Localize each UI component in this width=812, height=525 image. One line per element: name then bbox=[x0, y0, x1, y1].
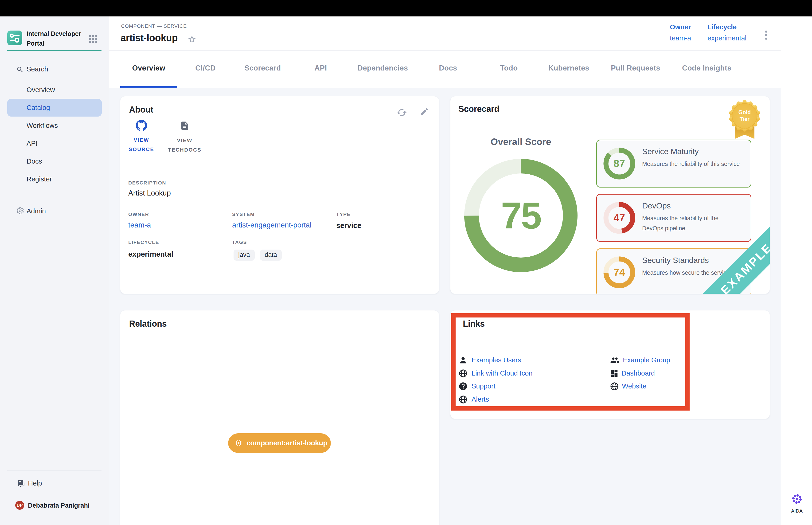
page-title: artist-lookup bbox=[121, 32, 178, 44]
sidebar-admin-label: Admin bbox=[27, 207, 46, 215]
links-highlight-annotation bbox=[451, 313, 690, 410]
sidebar-item-admin[interactable]: Admin bbox=[0, 203, 109, 219]
tab-label: Pull Requests bbox=[611, 64, 660, 72]
tag-chip[interactable]: java bbox=[233, 250, 255, 260]
tab-cicd[interactable]: CI/CD bbox=[177, 50, 234, 88]
top-black-bar bbox=[0, 0, 812, 16]
sidebar-item-catalog[interactable]: Catalog bbox=[7, 99, 102, 117]
tab-label: Docs bbox=[439, 64, 457, 72]
tab-label: API bbox=[315, 64, 327, 72]
tag-chip[interactable]: data bbox=[260, 250, 282, 260]
tab-todo[interactable]: Todo bbox=[480, 50, 537, 88]
metric-name: DevOps bbox=[642, 201, 671, 210]
breadcrumb: COMPONENT — SERVICE bbox=[121, 23, 187, 29]
sidebar-item-overview[interactable]: Overview bbox=[7, 81, 102, 99]
sidebar-nav: Overview Catalog Workflows API Docs Regi… bbox=[7, 81, 102, 188]
sidebar-item-api[interactable]: API bbox=[7, 134, 102, 152]
relations-node[interactable]: component:artist-lookup bbox=[228, 433, 331, 453]
metric-service-maturity: 87 Service Maturity Measures the reliabi… bbox=[596, 139, 751, 188]
tags-list: java data bbox=[233, 250, 285, 260]
refresh-icon[interactable] bbox=[397, 107, 407, 118]
sidebar-bottom-divider bbox=[7, 470, 102, 470]
view-techdocs-label-line2: TECHDOCS bbox=[159, 145, 211, 155]
metric-devops: 47 DevOps Measures the reliability of th… bbox=[596, 194, 751, 242]
overall-score-gauge: 75 bbox=[464, 159, 578, 272]
sidebar-help-label: Help bbox=[28, 479, 42, 487]
document-icon bbox=[180, 120, 189, 132]
tab-docs[interactable]: Docs bbox=[416, 50, 480, 88]
aida-assistant[interactable]: AIDA bbox=[781, 493, 812, 514]
tab-overview[interactable]: Overview bbox=[120, 50, 177, 88]
app-logo[interactable] bbox=[7, 31, 22, 45]
entity-tabs: Overview CI/CD Scorecard API Dependencie… bbox=[109, 50, 781, 88]
sidebar-item-help[interactable]: ? Help bbox=[0, 478, 109, 489]
scorecard-title: Scorecard bbox=[458, 104, 499, 114]
metric-value: 47 bbox=[603, 202, 635, 234]
tab-label: Todo bbox=[500, 64, 518, 72]
lifecycle-field-label: LIFECYCLE bbox=[128, 239, 159, 245]
owner-field-label: OWNER bbox=[128, 211, 149, 217]
tab-code-insights[interactable]: Code Insights bbox=[671, 50, 743, 88]
owner-label: Owner bbox=[670, 23, 691, 31]
tab-label: Code Insights bbox=[682, 64, 731, 72]
tab-scorecard[interactable]: Scorecard bbox=[234, 50, 292, 88]
owner-value[interactable]: team-a bbox=[670, 34, 691, 42]
sidebar-search-label: Search bbox=[27, 65, 48, 73]
relations-title: Relations bbox=[129, 319, 167, 329]
brand-line2: Portal bbox=[27, 39, 89, 48]
header-owner: Owner team-a bbox=[670, 23, 691, 42]
sidebar-item-docs[interactable]: Docs bbox=[7, 152, 102, 170]
help-chat-icon: ? bbox=[16, 479, 25, 488]
relations-node-label: component:artist-lookup bbox=[246, 439, 327, 447]
favorite-star-icon[interactable] bbox=[187, 35, 196, 44]
description-label: DESCRIPTION bbox=[128, 180, 166, 186]
more-menu-icon[interactable] bbox=[764, 31, 768, 42]
metric-name: Security Standards bbox=[642, 256, 709, 265]
gold-tier-badge: Gold Tier bbox=[728, 100, 761, 141]
edit-icon[interactable] bbox=[419, 107, 429, 117]
component-chip-icon bbox=[235, 439, 243, 447]
internal-developer-portal: Internal Developer Portal Search Overvie… bbox=[0, 0, 812, 525]
tab-label: Scorecard bbox=[244, 64, 281, 72]
aida-label: AIDA bbox=[781, 508, 812, 514]
lifecycle-label: Lifecycle bbox=[707, 23, 747, 31]
sidebar: Internal Developer Portal Search Overvie… bbox=[0, 16, 109, 525]
owner-field-value[interactable]: team-a bbox=[128, 221, 151, 229]
sidebar-search[interactable]: Search bbox=[0, 63, 109, 77]
sidebar-item-register[interactable]: Register bbox=[7, 170, 102, 188]
tab-label: Dependencies bbox=[357, 64, 408, 72]
sidebar-user-name: Debabrata Panigrahi bbox=[28, 502, 90, 509]
sidebar-item-workflows[interactable]: Workflows bbox=[7, 117, 102, 134]
system-field-label: SYSTEM bbox=[232, 211, 255, 217]
tab-pull-requests[interactable]: Pull Requests bbox=[600, 50, 671, 88]
sidebar-brand-divider bbox=[7, 50, 102, 51]
tab-api[interactable]: API bbox=[292, 50, 350, 88]
apps-grid-icon[interactable] bbox=[88, 34, 98, 44]
svg-text:?: ? bbox=[19, 480, 21, 484]
brand-title: Internal Developer Portal bbox=[27, 29, 89, 48]
type-field-label: TYPE bbox=[336, 211, 351, 217]
tags-field-label: TAGS bbox=[232, 239, 247, 245]
tab-dependencies[interactable]: Dependencies bbox=[350, 50, 416, 88]
metric-value: 87 bbox=[603, 148, 635, 180]
sidebar-user[interactable]: DP Debabrata Panigrahi bbox=[0, 500, 109, 510]
tab-label: CI/CD bbox=[195, 64, 215, 72]
user-avatar: DP bbox=[15, 501, 24, 510]
scorecard-card: Scorecard bbox=[450, 96, 770, 294]
tab-label: Overview bbox=[132, 64, 165, 72]
overall-score-value: 75 bbox=[464, 159, 578, 272]
view-techdocs-action[interactable]: VIEW TECHDOCS bbox=[159, 120, 211, 154]
tab-kubernetes[interactable]: Kubernetes bbox=[537, 50, 600, 88]
badge-line1: Gold bbox=[738, 109, 751, 115]
type-field-value: service bbox=[336, 221, 361, 230]
entity-header: COMPONENT — SERVICE artist-lookup Owner … bbox=[109, 16, 781, 50]
brand-line1: Internal Developer bbox=[27, 29, 89, 39]
metric-desc: Measures the reliability of this service bbox=[642, 159, 746, 169]
system-field-value[interactable]: artist-engagement-portal bbox=[232, 221, 311, 229]
search-icon bbox=[16, 66, 24, 73]
about-title: About bbox=[129, 105, 153, 115]
lifecycle-field-value: experimental bbox=[128, 250, 173, 258]
header-lifecycle: Lifecycle experimental bbox=[707, 23, 747, 42]
relations-card: Relations component:artist-lookup bbox=[120, 311, 439, 525]
badge-line2: Tier bbox=[740, 116, 750, 122]
